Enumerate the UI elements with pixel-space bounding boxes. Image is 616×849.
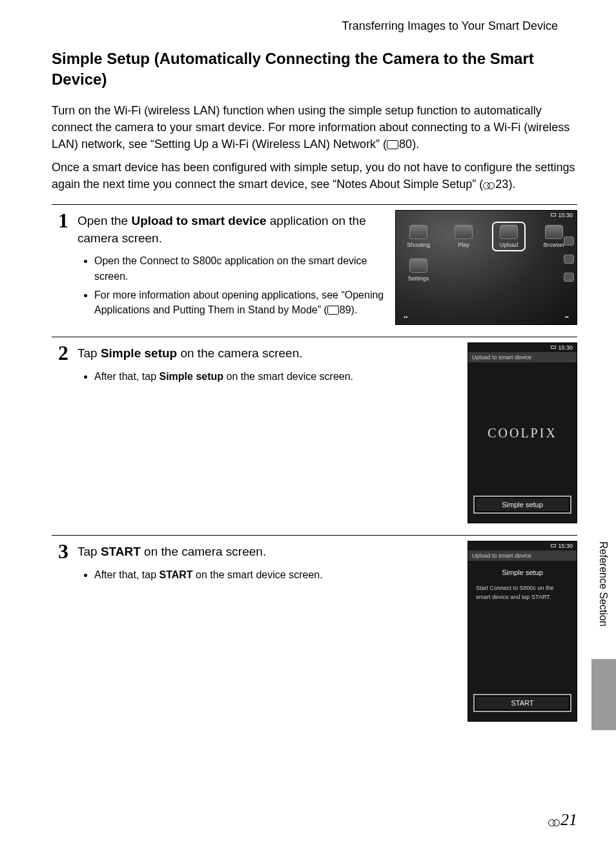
bullet: After that, tap START on the smart devic… [94,567,458,582]
page-dots-right: •• [565,314,569,320]
bullet: Open the Connect to S800c application on… [94,253,386,283]
screen-subhead: Simple setup [468,569,577,576]
bullet: For more information about opening appli… [94,288,386,317]
side-tray [561,236,577,282]
divider [52,204,577,205]
camera-start-screen: 15:30 Upload to smart device Simple setu… [467,541,577,722]
manual-ref-icon [387,138,399,151]
divider [52,337,577,337]
step-1: 1 Open the Upload to smart device applic… [52,210,386,321]
camera-upload-screen: 15:30 Upload to smart device COOLPIX Sim… [467,342,577,523]
step-2: 2 Tap Simple setup on the camera screen.… [52,342,458,388]
camera-icon [409,225,427,239]
brand-logo: COOLPIX [468,426,577,441]
battery-icon [551,346,556,349]
manual-ref-icon [327,304,340,315]
section-tab-label: Reference Section [591,536,609,659]
step-title: Open the Upload to smart device applicat… [77,213,386,247]
tray-icon[interactable] [564,273,574,282]
app-settings[interactable]: Settings [405,258,432,282]
play-icon [455,225,473,239]
section-tab: Reference Section [591,536,616,730]
screen-titlebar: Upload to smart device [468,352,577,362]
simple-setup-button[interactable]: Simple setup [473,496,571,514]
camera-home-screen: 15:30 Shooting Play Upload Browser Setti… [395,210,577,325]
divider [52,535,577,536]
start-button[interactable]: START [473,694,571,712]
tray-icon[interactable] [564,236,574,246]
battery-icon [551,213,556,216]
step-number: 2 [52,342,68,363]
step-number: 3 [52,541,68,561]
section-tab-marker [591,659,616,730]
battery-icon [551,544,556,547]
step-number: 1 [52,210,68,231]
upload-icon [500,225,518,239]
app-upload[interactable]: Upload [495,225,522,248]
step-title: Tap Simple setup on the camera screen. [77,345,458,362]
globe-icon [545,225,563,239]
status-bar: 15:30 [551,543,573,549]
app-play[interactable]: Play [450,225,477,248]
step-3: 3 Tap START on the camera screen. After … [52,541,458,586]
crossref-icon [548,819,560,826]
running-head: Transferring Images to Your Smart Device [52,19,577,33]
tray-icon[interactable] [564,255,574,264]
screen-titlebar: Upload to smart device [468,550,577,561]
status-bar: 15:30 [551,212,573,218]
status-bar: 15:30 [551,344,573,351]
app-shooting[interactable]: Shooting [405,225,432,248]
page-heading: Simple Setup (Automatically Connecting t… [52,48,577,90]
bullet: After that, tap Simple setup on the smar… [94,369,458,384]
intro-paragraph-2: Once a smart device has been configured … [52,159,577,193]
intro-paragraph-1: Turn on the Wi-Fi (wireless LAN) functio… [52,102,577,152]
screen-message: Start Connect to S800c on the smart devi… [476,584,569,602]
gear-icon [409,258,427,273]
crossref-icon [483,182,495,189]
page-number: 21 [548,810,577,830]
page-dots-left: •• [404,314,407,320]
step-title: Tap START on the camera screen. [77,543,458,561]
